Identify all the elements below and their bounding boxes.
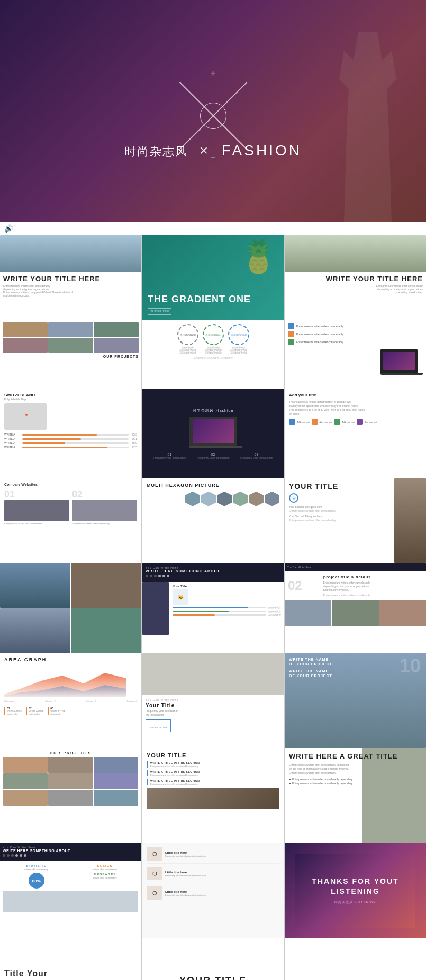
compare-content: Compare Websites 01 Entrepreneurs writer… [0,478,141,529]
gear-icon-container: ⚙ [289,493,300,504]
bar-row-2: WRITE A 75.1 [4,437,137,440]
info-text-3: Add your text [342,421,355,423]
slide-hexagon: MULTI HEXAGON PICTURE [142,478,284,563]
bar-val-4: 92.5 [132,446,137,449]
arch-image [142,653,284,695]
map-outline [4,403,47,430]
infographic-grid: STATISTIC writers offer considerably DES… [3,864,138,889]
info-body: Thushi always a helpful determination of… [289,400,422,416]
slide-thanks: THANKS FOR YOUT LISTENING 时尚杂志风 × FASHIO… [285,843,426,938]
cat-1: Category 1 [4,700,15,702]
slide-circles: 点击添加知识 点击添加知识点击添加文字内容点击添加文字内容 点击添加知识 点击添… [142,320,284,389]
collage-2 [71,563,141,608]
bullet-text-1: Entrepreneurs writers offer considerably… [292,778,352,781]
row-8: You Can Write Here WRITE HERE SOMETHING … [0,843,426,938]
row-7: OUR PROJECTS YOUR TITLE WRITE A TITLE IN… [0,748,426,843]
road-image [147,788,279,809]
slide-write-great: WRITE HERE A GREAT TITLE Entrepreneurs w… [285,748,426,843]
feature-text-2: Entrepreneurs writers offer considerably [296,332,343,336]
collage-4 [71,608,141,653]
bar-label-4: WRITE A [4,446,20,449]
little-item-2: ⬡ Little title here Frequently your intr… [147,867,279,883]
little-desc-2: Frequently your introduction the introdu… [165,874,206,877]
title-your-content: Title Your Entrepreneurs writers offer c… [0,938,141,980]
projects-photo-grid [3,322,139,353]
little-desc-1: Frequently your introduction the introdu… [165,855,206,857]
our-projects-content: OUR PROJECTS [0,748,141,843]
dark2-write: WRITE HERE SOMETHING ABOUT [3,849,139,853]
prog-track-3 [173,614,266,616]
learn-more-btn[interactable]: LEARN MORE [146,719,171,732]
prog-row-1: 点击添加文字 [173,606,281,609]
pineapple-decoration: 🍍 [239,238,278,275]
slide-dark-laptop: 时尚杂志风 ×fashion 01 Frequently your introd… [142,389,284,478]
arch-title: Your Title [146,702,280,708]
legend-2: 02 WRITE A TITLEwriters offer [26,707,43,715]
compare-desc-2: Entrepreneurs writers offer considerably [72,522,137,525]
slide-our-projects-2: OUR PROJECTS [0,748,141,843]
slide-write-title-left: WRITE YOUR TITLE HERE Entrepreneurs writ… [0,235,141,320]
little-text-2: Little title here Frequently your introd… [165,871,206,877]
bar-row-4: WRITE A 92.5 [4,446,137,449]
hero-en-title: FASHION [222,142,302,159]
sections-content: YOUR TITLE WRITE A TITLE IN THIS SECTION… [142,748,284,843]
circle-statistic: 80% [29,873,44,889]
photo-1 [3,322,48,337]
prog-fill-2 [173,611,229,612]
bar-label-1: WRITE A [4,433,20,436]
info-item-2: Add your text [312,419,332,425]
section-1-body: Entrepreneurs writers offer considerably… [150,765,279,768]
laptop-mockup-container [380,349,423,375]
hex-5 [249,492,264,506]
design-label: DESIGN [72,864,139,867]
circles-subtext: 点击添加文字 点击添加文字 点击添加文字 [147,357,279,359]
info-boxes-content: Add your title Thushi always a helpful d… [285,389,426,429]
slide-switzerland: SWITZERLAND Fully Editable Map WRITE A 9… [0,389,141,478]
slide-compare: Compare Websites 01 Entrepreneurs writer… [0,478,141,563]
bar-val-3: 55.0 [132,441,137,445]
prog-label-3: 点击添加文字 [268,614,281,616]
arch-body: Frequently your introductionthe introduc… [146,709,280,717]
info-grid-2: DESIGN writers offer considerably [72,864,139,871]
title-your-heading: Title Your [4,968,137,978]
proj-grid-5 [48,773,93,789]
little-item-3: ⬡ Little title here Frequently your intr… [147,886,279,900]
compare-desc-1: Entrepreneurs writers offer considerably [4,522,69,525]
project-you-can: You Can Write Here [287,566,423,569]
area-chart-svg [4,665,126,697]
compare-num-1: 01 [4,489,69,500]
num-label-2: 02 [197,452,230,456]
dot2-2 [7,854,10,857]
bullet-row-1: ■ Entrepreneurs writers offer considerab… [289,778,422,781]
sliderizer-label: SLIDERIZER [148,308,171,315]
dark-top-bar: You Can Write Here WRITE HERE SOMETHING … [142,563,284,582]
write-title-left-text: WRITE YOUR TITLE HERE [3,275,138,283]
num-desc-3: Frequently your introduction [240,456,273,459]
hexagon-content: MULTI HEXAGON PICTURE [142,478,284,511]
little-titles-content: ⬡ Little title here Frequently your intr… [142,843,284,938]
proj-photo-2 [332,600,378,626]
add-title-label: Add your title [289,393,422,397]
feature-icon-3 [288,339,294,345]
write-something-label: WRITE HERE SOMETHING ABOUT [146,569,280,573]
your-title-text-area: YOUR TITLE ⚙ Your Second Title goes here… [285,478,426,526]
info-grid-1: STATISTIC writers offer considerably [3,864,70,871]
slide-write-great-title: WRITE HERE GREAT TITLE [285,938,426,980]
dot2-1 [3,854,5,857]
info-item-4: Add your text [357,419,377,425]
slide-dark-infographic: You Can Write Here WRITE HERE SOMETHING … [0,843,141,938]
proj-grid-6 [94,773,138,789]
your-title-big-text: YOUR TITLE [147,975,279,981]
feature-text-3: Entrepreneurs writers offer considerably [296,340,343,344]
project-dark-top: You Can Write Here [285,563,426,571]
compare-img-1 [4,500,69,521]
our-projects-label: OUR PROJECTS [3,355,139,358]
pct-value: 80% [32,879,41,883]
hexagon-title: MULTI HEXAGON PICTURE [147,483,279,488]
little-item-1: ⬡ Little title here Frequently your intr… [147,847,279,864]
info-icon-row: Add your text Add your text Add your tex… [289,419,422,425]
bar-fill-2 [22,438,81,440]
num-desc-2: Frequently your introduction [197,456,230,459]
section-2-title: WRITE A TITLE IN THIS SECTION [150,770,279,773]
right-body-text: Entrepreneurs writers offer considerably… [288,284,423,294]
